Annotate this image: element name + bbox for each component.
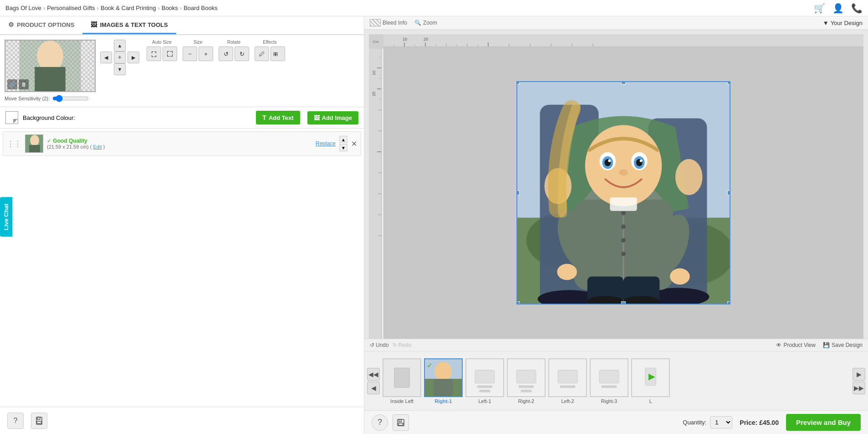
resize-handle-tr[interactable] [727,81,730,84]
svg-rect-7 [35,67,66,91]
thumb-nav-last: ▶ ▶▶ [853,368,865,394]
thumb-prev-first-button[interactable]: ◀◀ [367,368,380,381]
thumbnail-l[interactable]: ▶ L [631,358,670,404]
undo-redo: ↺ Undo ↻ Redo [370,342,411,348]
right-toolbar: Bleed Info 🔍 Zoom ▼ Your Design [364,16,868,30]
tab-product-options[interactable]: ⚙ PRODUCT OPTIONS [0,16,82,34]
thumb-img-l: ▶ [631,358,670,397]
thumbnail-right-3[interactable]: Right-3 [590,358,628,404]
svg-rect-15 [37,421,41,424]
move-down-button[interactable]: ▼ [114,63,126,75]
thumb-check-icon: ✓ [427,361,433,370]
account-icon[interactable]: 👤 [832,3,844,14]
baby-photo [517,82,730,304]
thumbnail-right-1[interactable]: ✓ Right-1 [424,358,463,404]
quantity-select[interactable]: 1 2 3 5 10 [710,416,732,429]
svg-rect-100 [558,370,577,383]
your-design-button[interactable]: ▼ Your Design [823,20,863,26]
move-right-button[interactable]: ▶ [128,52,139,63]
zoom-control[interactable]: 🔍 Zoom [414,20,437,26]
svg-rect-12 [29,145,40,153]
resize-handle-tm[interactable] [621,81,626,84]
svg-text:▶: ▶ [648,371,655,381]
canvas-area: Cm. 10 20 [364,30,868,339]
design-image[interactable] [516,81,730,305]
preview-buy-button[interactable]: Preview and Buy [786,414,861,431]
thumbnail-left-1[interactable]: Left-1 [465,358,504,404]
center-button[interactable]: ✛ [114,52,126,63]
effects-edit-button[interactable] [255,46,269,61]
move-left-button[interactable]: ◀ [100,52,112,63]
eye-icon: 👁 [776,342,781,348]
resize-handle-bl[interactable] [516,301,520,305]
breadcrumb-board-books[interactable]: Board Books [184,5,217,11]
thumb-img-left-2 [548,358,587,397]
svg-point-11 [30,135,39,146]
layer-thumbnail [25,134,43,153]
size-increase-button[interactable]: + [199,46,213,61]
breadcrumb-book-card[interactable]: Book & Card Printing [101,5,156,11]
svg-rect-14 [37,417,40,419]
baby-photo-svg [517,82,730,304]
add-text-button[interactable]: T Add Text [256,111,300,124]
effects-mirror-button[interactable]: RR [271,46,285,61]
thumbnail-inside-left[interactable]: Inside Left [383,358,421,404]
size-group: Size − + [183,40,213,61]
tab-images-text-tools[interactable]: 🖼 IMAGES & TEXT TOOLS [82,16,176,34]
sensitivity-slider[interactable] [52,95,89,102]
add-image-button[interactable]: 🖼 Add Image [307,111,358,124]
svg-rect-34 [369,47,382,339]
replace-button[interactable]: Replace [316,140,336,147]
breadcrumb-personalised-gifts[interactable]: Personalised Gifts [47,5,95,11]
size-decrease-button[interactable]: − [183,46,197,61]
svg-point-68 [557,264,577,280]
price-display: Price: £45.00 [740,419,779,426]
bleed-pattern-icon [370,19,381,26]
main-layout: ⚙ PRODUCT OPTIONS 🖼 IMAGES & TEXT TOOLS [0,16,868,434]
resize-handle-bm[interactable] [621,301,626,305]
breadcrumb-books[interactable]: Books [162,5,178,11]
delete-image-icon[interactable]: 🗑 [19,79,29,89]
top-navigation: Bags Of Love › Personalised Gifts › Book… [0,0,868,16]
thumb-prev-button[interactable]: ◀ [367,382,380,394]
bg-colour-swatch[interactable] [5,111,18,124]
effects-group: Effects RR [255,40,285,61]
ruler-top-svg: 10 20 [383,34,863,47]
thumbnail-right-2[interactable]: Right-2 [507,358,546,404]
thumb-next-last-button[interactable]: ▶▶ [853,382,865,394]
save-design-button[interactable]: 💾 Save Design [823,342,863,348]
edit-link[interactable]: Edit [93,144,102,150]
link-icon[interactable]: 🔗 [7,79,17,89]
undo-button[interactable]: ↺ Undo [370,342,389,348]
thumb-next-button[interactable]: ▶ [853,368,865,381]
auto-size-fill-button[interactable] [163,46,177,61]
footer-save-button[interactable] [393,414,409,431]
svg-rect-97 [519,385,534,388]
live-chat-button[interactable]: Live Chat [0,197,12,237]
auto-size-fit-button[interactable] [147,46,161,61]
help-button[interactable]: ? [7,413,24,429]
phone-icon[interactable]: 📞 [851,3,863,14]
rotate-ccw-button[interactable]: ↺ [219,46,233,61]
resize-handle-ml[interactable] [516,191,520,195]
layer-down-button[interactable]: ▼ [339,144,347,151]
svg-text:10: 10 [403,37,407,41]
delete-layer-button[interactable]: ✕ [351,140,357,148]
resize-handle-tl[interactable] [516,81,520,84]
cart-icon[interactable]: 🛒 [814,3,825,14]
quantity-section: Quantity: 1 2 3 5 10 [683,416,732,429]
resize-handle-br[interactable] [727,301,730,305]
resize-handle-mr[interactable] [727,191,730,195]
rotate-cw-button[interactable]: ↻ [235,46,249,61]
save-button[interactable] [31,413,47,429]
redo-button[interactable]: ↻ Redo [393,342,412,348]
move-up-button[interactable]: ▲ [114,40,126,52]
product-view-button[interactable]: 👁 Product View [776,342,815,348]
svg-point-63 [621,224,626,229]
breadcrumb-bags-of-love[interactable]: Bags Of Love [5,5,41,11]
thumbnail-left-2[interactable]: Left-2 [548,358,587,404]
layer-up-button[interactable]: ▲ [339,136,347,143]
thumb-nav-first: ◀◀ ◀ [367,368,380,394]
footer-help-button[interactable]: ? [372,414,388,431]
drag-handle-icon[interactable]: ⋮⋮ [7,140,21,148]
